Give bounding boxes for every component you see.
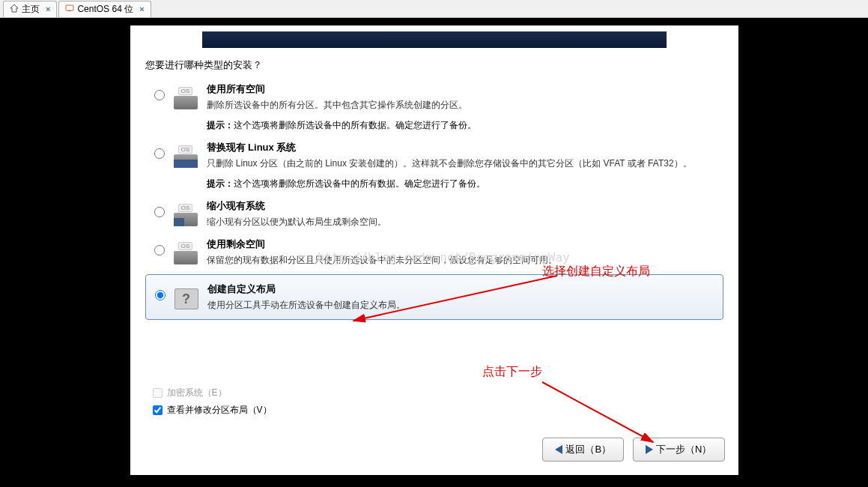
option-shrink[interactable]: OS 缩小现有系统 缩小现有分区以便为默认布局生成剩余空间。	[130, 195, 738, 233]
disk-icon: OS	[172, 238, 199, 264]
radio-free-space[interactable]	[154, 245, 165, 255]
option-desc: 删除所选设备中的所有分区。其中包含其它操作系统创建的分区。	[207, 98, 723, 112]
back-button[interactable]: 返回（B）	[542, 438, 624, 462]
install-type-prompt: 您要进行哪种类型的安装？	[145, 58, 738, 72]
arrow-right-icon	[646, 445, 653, 454]
close-icon[interactable]: ×	[139, 4, 144, 13]
option-desc: 只删除 Linux 分区（由之前的 Linux 安装创建的）。这样就不会删除您存…	[207, 157, 723, 170]
option-title: 缩小现有系统	[207, 199, 723, 213]
option-tip: 提示：这个选项将删除所选设备中的所有数据。确定您进行了备份。	[207, 119, 723, 132]
option-title: 使用剩余空间	[207, 238, 723, 251]
lower-options: 加密系统（E） 查看并修改分区布局（V）	[153, 387, 272, 421]
option-desc: 使用分区工具手动在所选设备中创建自定义布局。	[207, 298, 714, 312]
checkbox-encrypt	[153, 388, 163, 398]
radio-replace-linux[interactable]	[154, 148, 165, 159]
radio-shrink[interactable]	[154, 207, 165, 217]
nav-buttons: 返回（B） 下一步（N）	[542, 438, 724, 462]
review-row[interactable]: 查看并修改分区布局（V）	[153, 404, 272, 417]
option-use-all-space[interactable]: OS 使用所有空间 删除所选设备中的所有分区。其中包含其它操作系统创建的分区。 …	[130, 78, 738, 136]
annotation-click-next: 点击下一步	[482, 364, 542, 380]
next-label: 下一步（N）	[656, 443, 711, 456]
option-desc: 缩小现有分区以便为默认布局生成剩余空间。	[207, 215, 723, 229]
encrypt-row[interactable]: 加密系统（E）	[153, 387, 272, 399]
option-replace-linux[interactable]: OS 替换现有 Linux 系统 只删除 Linux 分区（由之前的 Linux…	[130, 136, 738, 195]
option-desc: 保留您的现有数据和分区且只使用所选设备中的未分区空间，假设您有足够的空间可用。	[207, 253, 723, 267]
svg-line-3	[542, 382, 653, 442]
disk-icon: OS	[172, 82, 199, 109]
option-tip: 提示：这个选项将删除您所选设备中的所有数据。确定您进行了备份。	[207, 178, 723, 190]
option-free-space[interactable]: OS 使用剩余空间 保留您的现有数据和分区且只使用所选设备中的未分区空间，假设您…	[130, 233, 738, 271]
svg-rect-0	[66, 5, 73, 10]
back-label: 返回（B）	[565, 443, 611, 456]
home-icon	[10, 4, 19, 15]
tab-home[interactable]: 主页 ×	[3, 1, 57, 17]
disk-icon: OS	[172, 199, 199, 226]
checkbox-encrypt-label: 加密系统（E）	[167, 387, 227, 399]
tab-vm-label: CentOS 64 位	[77, 3, 133, 16]
tab-bar: 主页 × CentOS 64 位 ×	[0, 0, 868, 18]
install-options: OS 使用所有空间 删除所选设备中的所有分区。其中包含其它操作系统创建的分区。 …	[130, 78, 738, 320]
svg-rect-1	[68, 10, 71, 11]
option-title: 使用所有空间	[207, 82, 723, 96]
radio-custom-layout[interactable]	[155, 290, 166, 300]
option-title: 创建自定义布局	[207, 282, 714, 296]
next-button[interactable]: 下一步（N）	[633, 438, 724, 462]
question-icon: ?	[173, 282, 200, 309]
checkbox-review[interactable]	[153, 405, 163, 415]
tab-home-label: 主页	[22, 3, 40, 16]
installer-window: 您要进行哪种类型的安装？ OS 使用所有空间 删除所选设备中的所有分区。其中包含…	[130, 25, 738, 475]
close-icon[interactable]: ×	[46, 4, 50, 13]
title-banner	[202, 31, 667, 48]
option-title: 替换现有 Linux 系统	[207, 141, 723, 154]
arrow-left-icon	[555, 445, 562, 454]
radio-use-all-space[interactable]	[154, 90, 165, 100]
vm-icon	[65, 4, 74, 15]
option-custom-layout[interactable]: ? 创建自定义布局 使用分区工具手动在所选设备中创建自定义布局。	[145, 274, 723, 320]
tab-vm[interactable]: CentOS 64 位 ×	[58, 1, 151, 17]
vm-display: 您要进行哪种类型的安装？ OS 使用所有空间 删除所选设备中的所有分区。其中包含…	[0, 18, 868, 487]
checkbox-review-label: 查看并修改分区布局（V）	[167, 404, 272, 417]
disk-icon: OS	[172, 141, 199, 168]
